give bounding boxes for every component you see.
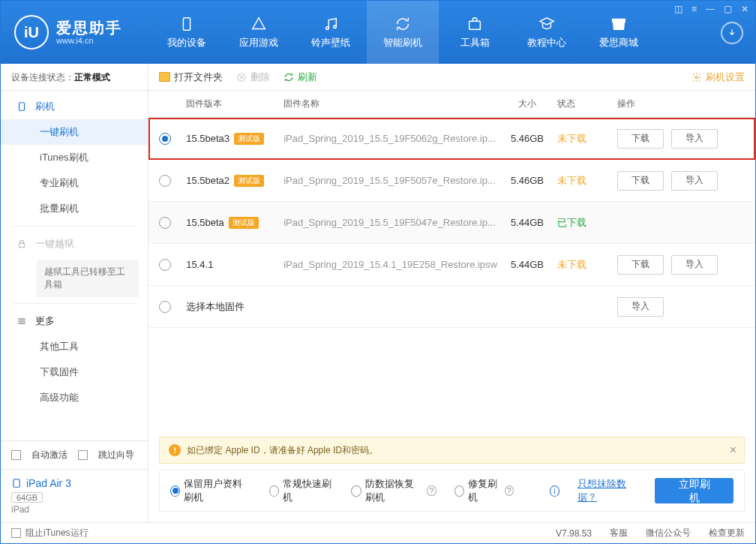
sidebar-pro-flash[interactable]: 专业刷机	[1, 170, 148, 196]
nav-label: 我的设备	[167, 36, 206, 50]
refresh-button[interactable]: 刷新	[284, 71, 317, 84]
warning-icon: !	[169, 444, 181, 456]
minimize-icon[interactable]: —	[704, 4, 717, 14]
table-header: 固件版本 固件名称 大小 状态 操作	[148, 91, 755, 118]
auto-activate-label: 自动激活	[32, 449, 68, 461]
block-itunes-checkbox[interactable]	[11, 528, 21, 538]
mode-radio[interactable]	[170, 485, 180, 497]
sidebar-other-tools[interactable]: 其他工具	[1, 334, 148, 359]
firmware-size: 5.44GB	[497, 217, 557, 228]
help-icon[interactable]: ?	[505, 485, 514, 496]
firmware-radio[interactable]	[159, 175, 171, 187]
menu-icon[interactable]: ≡	[689, 4, 699, 14]
firmware-radio[interactable]	[159, 217, 171, 229]
sidebar-more-label: 更多	[35, 314, 55, 328]
mode-normal[interactable]: 常规快速刷机	[269, 477, 333, 504]
firmware-version: 15.5beta3	[186, 133, 230, 144]
nav-tutorial[interactable]: 教程中心	[511, 1, 583, 64]
sidebar-list: 刷机 一键刷机 iTunes刷机 专业刷机 批量刷机 一键越狱 越狱工具已转移至…	[1, 91, 148, 440]
flash-icon	[394, 16, 411, 32]
sidebar-advanced[interactable]: 高级功能	[1, 385, 148, 410]
window-controls: ◫ ≡ — ▢ ✕	[672, 4, 751, 14]
download-manager-button[interactable]	[721, 22, 743, 44]
tutorial-icon	[538, 16, 555, 32]
sidebar-more[interactable]: 更多	[1, 308, 148, 334]
local-firmware-row[interactable]: 选择本地固件导入	[148, 286, 755, 328]
import-button[interactable]: 导入	[671, 255, 718, 275]
sidebar-download-firmware[interactable]: 下载固件	[1, 359, 148, 385]
firmware-status: 未下载	[557, 174, 617, 188]
help-icon[interactable]: ?	[427, 485, 436, 496]
firmware-radio[interactable]	[159, 133, 171, 145]
support-link[interactable]: 客服	[610, 527, 628, 539]
firmware-size: 5.46GB	[497, 175, 557, 186]
sidebar-batch-flash[interactable]: 批量刷机	[1, 196, 148, 221]
firmware-row[interactable]: 15.5beta3测试版iPad_Spring_2019_15.5_19F506…	[148, 118, 755, 160]
svg-rect-0	[183, 17, 190, 30]
mode-radio[interactable]	[454, 485, 464, 497]
firmware-version: 15.5beta	[186, 217, 224, 228]
sidebar-itunes-flash[interactable]: iTunes刷机	[1, 145, 148, 170]
notice-close-button[interactable]: ×	[730, 443, 736, 457]
tools-icon	[466, 16, 483, 32]
sidebar-jailbreak-label: 一键越狱	[35, 237, 74, 251]
download-button[interactable]: 下载	[617, 255, 664, 275]
device-icon	[178, 16, 195, 32]
tablet-icon	[11, 478, 22, 488]
firmware-list: 15.5beta3测试版iPad_Spring_2019_15.5_19F506…	[148, 118, 755, 328]
maximize-icon[interactable]: ▢	[722, 4, 734, 14]
more-icon	[16, 315, 28, 327]
flash-settings-button[interactable]: 刷机设置	[692, 71, 745, 84]
firmware-row[interactable]: 15.4.1iPad_Spring_2019_15.4.1_19E258_Res…	[148, 244, 755, 286]
import-button[interactable]: 导入	[671, 171, 718, 191]
firmware-radio[interactable]	[159, 259, 171, 271]
flash-now-button[interactable]: 立即刷机	[655, 478, 734, 503]
nav-flash[interactable]: 智能刷机	[367, 1, 439, 64]
firmware-row[interactable]: 15.5beta测试版iPad_Spring_2019_15.5_19F5047…	[148, 202, 755, 244]
refresh-icon	[284, 72, 294, 83]
svg-point-2	[334, 25, 337, 28]
col-name: 固件名称	[284, 98, 497, 110]
nav-tools[interactable]: 工具箱	[439, 1, 511, 64]
download-button[interactable]: 下载	[617, 129, 664, 149]
delete-button[interactable]: 删除	[236, 71, 270, 84]
mode-radio[interactable]	[269, 485, 279, 497]
auto-activate-checkbox[interactable]	[11, 450, 21, 460]
nav-apps[interactable]: 应用游戏	[223, 1, 295, 64]
info-icon: i	[550, 485, 560, 497]
apps-icon	[250, 16, 267, 32]
main-panel: 打开文件夹 删除 刷新 刷机设置 固件版本 固件名称 大小 状态 操作 15.5…	[148, 64, 755, 522]
nav-store[interactable]: 爱思商城	[583, 1, 655, 64]
sidebar: 设备连接状态：正常模式 刷机 一键刷机 iTunes刷机 专业刷机 批量刷机 一…	[1, 64, 148, 522]
sidebar-flash[interactable]: 刷机	[1, 94, 148, 119]
gear-icon	[692, 72, 702, 83]
wechat-link[interactable]: 微信公众号	[646, 527, 691, 539]
download-button[interactable]: 下载	[617, 171, 664, 191]
firmware-radio[interactable]	[159, 301, 171, 313]
check-update-link[interactable]: 检查更新	[709, 527, 745, 539]
nav-ring[interactable]: 铃声壁纸	[295, 1, 367, 64]
firmware-row[interactable]: 15.5beta2测试版iPad_Spring_2019_15.5_19F505…	[148, 160, 755, 202]
connection-status: 设备连接状态：正常模式	[1, 64, 148, 91]
nav-label: 应用游戏	[239, 36, 278, 50]
erase-data-link[interactable]: 只想抹除数据？	[578, 477, 637, 504]
mode-label: 修复刷机	[468, 477, 501, 504]
device-info[interactable]: iPad Air 3 64GB iPad	[1, 469, 148, 522]
skin-icon[interactable]: ◫	[672, 4, 685, 14]
skip-guide-checkbox[interactable]	[78, 450, 88, 460]
delete-icon	[236, 72, 247, 83]
folder-icon	[159, 72, 170, 82]
main-nav: 我的设备应用游戏铃声壁纸智能刷机工具箱教程中心爱思商城	[151, 1, 755, 64]
toolbar: 打开文件夹 删除 刷新 刷机设置	[148, 64, 755, 91]
beta-tag: 测试版	[234, 175, 264, 187]
open-folder-button[interactable]: 打开文件夹	[159, 71, 223, 84]
nav-device[interactable]: 我的设备	[151, 1, 223, 64]
mode-radio[interactable]	[351, 485, 361, 497]
mode-keep[interactable]: 保留用户资料刷机	[170, 477, 251, 504]
import-button[interactable]: 导入	[671, 129, 718, 149]
mode-repair[interactable]: 修复刷机?	[454, 477, 514, 504]
close-icon[interactable]: ✕	[739, 4, 751, 14]
import-button[interactable]: 导入	[617, 297, 664, 317]
sidebar-oneclick-flash[interactable]: 一键刷机	[1, 119, 148, 145]
mode-anti[interactable]: 防数据恢复刷机?	[351, 477, 436, 504]
